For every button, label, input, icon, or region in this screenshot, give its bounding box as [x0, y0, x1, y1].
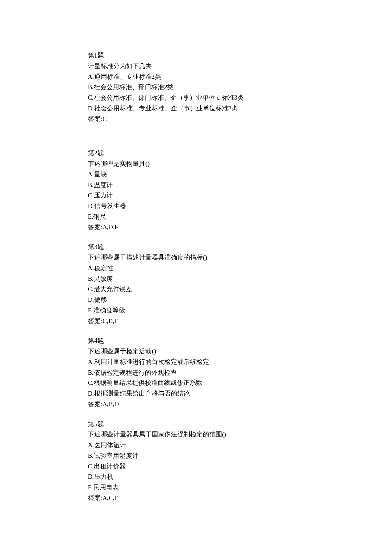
- question-answer: 答案:A,D,E: [88, 222, 392, 233]
- question-option: B.依据检定规程进行的外观检查: [88, 367, 392, 378]
- question-option: C.压力计: [88, 190, 392, 201]
- question-option: A.利用计量标准进行的首次检定或后续检定: [88, 357, 392, 367]
- question-header: 第3题: [88, 242, 392, 252]
- question-option: B.温度计: [88, 180, 392, 191]
- question-option: E.民用电表: [88, 482, 392, 493]
- question-option: D.信号发生器: [88, 201, 392, 211]
- question-option: E.准确度等级: [88, 305, 392, 316]
- question-header: 第2题: [88, 148, 392, 159]
- question-prompt: 下述哪些属于检定活动(): [88, 346, 392, 357]
- question-option: D.社会公用标准、专业标准、企（事）业单位标准3类: [88, 103, 392, 114]
- question-option: D.根据测量结果给出合格与否的结论: [88, 388, 392, 399]
- question-option: A.量块: [88, 169, 392, 180]
- question-option: C.根据测量结果提供校准曲线或修正系数: [88, 378, 392, 388]
- question-header: 第5题: [88, 419, 392, 430]
- question-block: 第5题 下述哪些计量器具属于国家依法强制检定的范围() A.医用体温计 B.试验…: [88, 419, 392, 503]
- question-option: B.灵敏度: [88, 274, 392, 284]
- question-answer: 答案:C,D,E: [88, 316, 392, 327]
- question-block: 第3题 下述哪些属于描述计量器具准确度的指标() A.稳定性 B.灵敏度 C.最…: [88, 242, 392, 326]
- question-answer: 答案:A,C,E: [88, 493, 392, 503]
- question-option: D.偏移: [88, 295, 392, 305]
- question-option: C.出租计价器: [88, 461, 392, 472]
- question-prompt: 下述哪些属于描述计量器具准确度的指标(): [88, 252, 392, 263]
- question-option: A.医用体温计: [88, 440, 392, 451]
- question-prompt: 下述哪些计量器具属于国家依法强制检定的范围(): [88, 429, 392, 440]
- question-option: C.社会公用标准、部门标准、企（事）业单位 d 标准3类: [88, 92, 392, 103]
- question-option: A.稳定性: [88, 263, 392, 274]
- question-option: A.通用标准、专业标准2类: [88, 72, 392, 82]
- question-option: C.最大允许误差: [88, 284, 392, 295]
- question-block: 第4题 下述哪些属于检定活动() A.利用计量标准进行的首次检定或后续检定 B.…: [88, 335, 392, 409]
- question-prompt: 下述哪些是实物量具(): [88, 159, 392, 169]
- document-page: 第1题 计量标准分为如下几类 A.通用标准、专业标准2类 B.社会公用标准、部门…: [0, 0, 392, 555]
- question-option: E.钢尺: [88, 211, 392, 222]
- question-option: D.压力机: [88, 471, 392, 482]
- question-option: B.试验室用湿度计: [88, 451, 392, 461]
- question-block: 第2题 下述哪些是实物量具() A.量块 B.温度计 C.压力计 D.信号发生器…: [88, 148, 392, 232]
- question-answer: 答案:A,B,D: [88, 399, 392, 410]
- question-header: 第1题: [88, 50, 392, 61]
- question-block: 第1题 计量标准分为如下几类 A.通用标准、专业标准2类 B.社会公用标准、部门…: [88, 50, 392, 124]
- question-header: 第4题: [88, 335, 392, 346]
- question-answer: 答案:C: [88, 114, 392, 124]
- question-prompt: 计量标准分为如下几类: [88, 61, 392, 72]
- question-option: B.社会公用标准、部门标准2类: [88, 82, 392, 92]
